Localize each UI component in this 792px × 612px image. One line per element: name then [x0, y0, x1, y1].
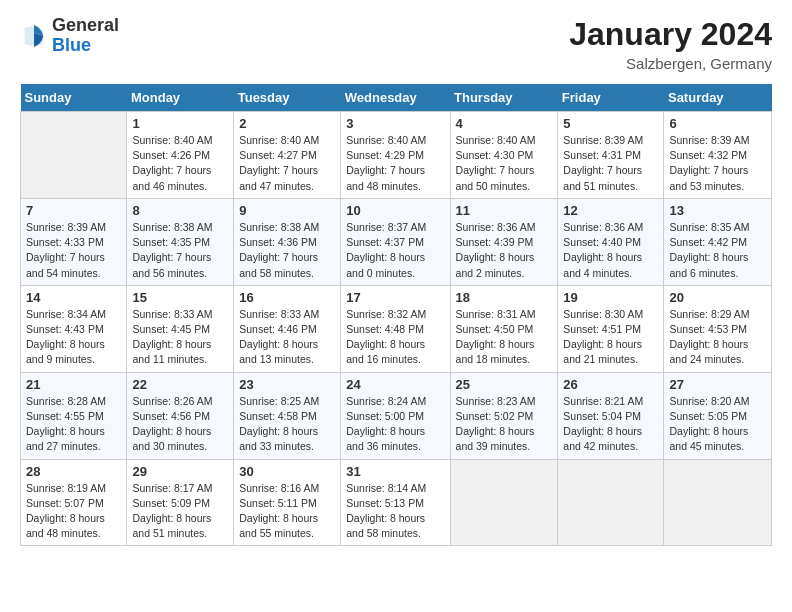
month-year-title: January 2024: [569, 16, 772, 53]
day-info: Sunrise: 8:40 AMSunset: 4:27 PMDaylight:…: [239, 133, 335, 194]
calendar-cell: 2Sunrise: 8:40 AMSunset: 4:27 PMDaylight…: [234, 112, 341, 199]
day-number: 21: [26, 377, 121, 392]
day-number: 24: [346, 377, 444, 392]
calendar-cell: 1Sunrise: 8:40 AMSunset: 4:26 PMDaylight…: [127, 112, 234, 199]
logo: General Blue: [20, 16, 119, 56]
day-info: Sunrise: 8:38 AMSunset: 4:35 PMDaylight:…: [132, 220, 228, 281]
logo-blue-text: Blue: [52, 36, 119, 56]
location-subtitle: Salzbergen, Germany: [569, 55, 772, 72]
day-number: 31: [346, 464, 444, 479]
calendar-cell: 17Sunrise: 8:32 AMSunset: 4:48 PMDayligh…: [341, 285, 450, 372]
calendar-cell: 28Sunrise: 8:19 AMSunset: 5:07 PMDayligh…: [21, 459, 127, 546]
logo-text: General Blue: [52, 16, 119, 56]
day-info: Sunrise: 8:16 AMSunset: 5:11 PMDaylight:…: [239, 481, 335, 542]
calendar-cell: 14Sunrise: 8:34 AMSunset: 4:43 PMDayligh…: [21, 285, 127, 372]
calendar-cell: 9Sunrise: 8:38 AMSunset: 4:36 PMDaylight…: [234, 198, 341, 285]
calendar-cell: 11Sunrise: 8:36 AMSunset: 4:39 PMDayligh…: [450, 198, 558, 285]
day-info: Sunrise: 8:21 AMSunset: 5:04 PMDaylight:…: [563, 394, 658, 455]
calendar-week-2: 7Sunrise: 8:39 AMSunset: 4:33 PMDaylight…: [21, 198, 772, 285]
calendar-cell: 8Sunrise: 8:38 AMSunset: 4:35 PMDaylight…: [127, 198, 234, 285]
day-number: 2: [239, 116, 335, 131]
day-number: 4: [456, 116, 553, 131]
day-info: Sunrise: 8:38 AMSunset: 4:36 PMDaylight:…: [239, 220, 335, 281]
calendar-cell: 24Sunrise: 8:24 AMSunset: 5:00 PMDayligh…: [341, 372, 450, 459]
day-number: 23: [239, 377, 335, 392]
calendar-cell: 25Sunrise: 8:23 AMSunset: 5:02 PMDayligh…: [450, 372, 558, 459]
calendar-cell: 26Sunrise: 8:21 AMSunset: 5:04 PMDayligh…: [558, 372, 664, 459]
header-saturday: Saturday: [664, 84, 772, 112]
day-number: 5: [563, 116, 658, 131]
day-number: 11: [456, 203, 553, 218]
day-number: 29: [132, 464, 228, 479]
day-info: Sunrise: 8:36 AMSunset: 4:39 PMDaylight:…: [456, 220, 553, 281]
calendar-header-row: SundayMondayTuesdayWednesdayThursdayFrid…: [21, 84, 772, 112]
day-number: 6: [669, 116, 766, 131]
calendar-cell: 10Sunrise: 8:37 AMSunset: 4:37 PMDayligh…: [341, 198, 450, 285]
day-number: 27: [669, 377, 766, 392]
day-number: 15: [132, 290, 228, 305]
header-monday: Monday: [127, 84, 234, 112]
calendar-cell: 29Sunrise: 8:17 AMSunset: 5:09 PMDayligh…: [127, 459, 234, 546]
day-info: Sunrise: 8:19 AMSunset: 5:07 PMDaylight:…: [26, 481, 121, 542]
day-info: Sunrise: 8:39 AMSunset: 4:32 PMDaylight:…: [669, 133, 766, 194]
day-number: 19: [563, 290, 658, 305]
header-thursday: Thursday: [450, 84, 558, 112]
day-number: 30: [239, 464, 335, 479]
calendar-cell: 27Sunrise: 8:20 AMSunset: 5:05 PMDayligh…: [664, 372, 772, 459]
calendar-cell: 12Sunrise: 8:36 AMSunset: 4:40 PMDayligh…: [558, 198, 664, 285]
day-info: Sunrise: 8:39 AMSunset: 4:33 PMDaylight:…: [26, 220, 121, 281]
day-number: 12: [563, 203, 658, 218]
day-info: Sunrise: 8:14 AMSunset: 5:13 PMDaylight:…: [346, 481, 444, 542]
day-info: Sunrise: 8:37 AMSunset: 4:37 PMDaylight:…: [346, 220, 444, 281]
calendar-week-4: 21Sunrise: 8:28 AMSunset: 4:55 PMDayligh…: [21, 372, 772, 459]
day-info: Sunrise: 8:31 AMSunset: 4:50 PMDaylight:…: [456, 307, 553, 368]
header-wednesday: Wednesday: [341, 84, 450, 112]
day-info: Sunrise: 8:39 AMSunset: 4:31 PMDaylight:…: [563, 133, 658, 194]
calendar-cell: 6Sunrise: 8:39 AMSunset: 4:32 PMDaylight…: [664, 112, 772, 199]
calendar-cell: 15Sunrise: 8:33 AMSunset: 4:45 PMDayligh…: [127, 285, 234, 372]
header-tuesday: Tuesday: [234, 84, 341, 112]
calendar-cell: 31Sunrise: 8:14 AMSunset: 5:13 PMDayligh…: [341, 459, 450, 546]
day-info: Sunrise: 8:35 AMSunset: 4:42 PMDaylight:…: [669, 220, 766, 281]
logo-general-text: General: [52, 16, 119, 36]
day-info: Sunrise: 8:25 AMSunset: 4:58 PMDaylight:…: [239, 394, 335, 455]
page-header: General Blue January 2024 Salzbergen, Ge…: [20, 16, 772, 72]
day-number: 10: [346, 203, 444, 218]
day-info: Sunrise: 8:33 AMSunset: 4:45 PMDaylight:…: [132, 307, 228, 368]
day-number: 17: [346, 290, 444, 305]
calendar-cell: 5Sunrise: 8:39 AMSunset: 4:31 PMDaylight…: [558, 112, 664, 199]
day-info: Sunrise: 8:17 AMSunset: 5:09 PMDaylight:…: [132, 481, 228, 542]
day-number: 26: [563, 377, 658, 392]
calendar-cell: 13Sunrise: 8:35 AMSunset: 4:42 PMDayligh…: [664, 198, 772, 285]
calendar-cell: 20Sunrise: 8:29 AMSunset: 4:53 PMDayligh…: [664, 285, 772, 372]
calendar-cell: 23Sunrise: 8:25 AMSunset: 4:58 PMDayligh…: [234, 372, 341, 459]
day-number: 8: [132, 203, 228, 218]
day-number: 14: [26, 290, 121, 305]
day-number: 9: [239, 203, 335, 218]
day-number: 16: [239, 290, 335, 305]
calendar-table: SundayMondayTuesdayWednesdayThursdayFrid…: [20, 84, 772, 546]
calendar-cell: [450, 459, 558, 546]
day-info: Sunrise: 8:20 AMSunset: 5:05 PMDaylight:…: [669, 394, 766, 455]
day-info: Sunrise: 8:24 AMSunset: 5:00 PMDaylight:…: [346, 394, 444, 455]
day-info: Sunrise: 8:40 AMSunset: 4:29 PMDaylight:…: [346, 133, 444, 194]
calendar-cell: 3Sunrise: 8:40 AMSunset: 4:29 PMDaylight…: [341, 112, 450, 199]
calendar-cell: 4Sunrise: 8:40 AMSunset: 4:30 PMDaylight…: [450, 112, 558, 199]
calendar-cell: 22Sunrise: 8:26 AMSunset: 4:56 PMDayligh…: [127, 372, 234, 459]
calendar-cell: 21Sunrise: 8:28 AMSunset: 4:55 PMDayligh…: [21, 372, 127, 459]
header-friday: Friday: [558, 84, 664, 112]
day-info: Sunrise: 8:29 AMSunset: 4:53 PMDaylight:…: [669, 307, 766, 368]
day-number: 1: [132, 116, 228, 131]
calendar-week-3: 14Sunrise: 8:34 AMSunset: 4:43 PMDayligh…: [21, 285, 772, 372]
logo-icon: [20, 22, 48, 50]
day-number: 22: [132, 377, 228, 392]
calendar-week-5: 28Sunrise: 8:19 AMSunset: 5:07 PMDayligh…: [21, 459, 772, 546]
day-number: 20: [669, 290, 766, 305]
day-info: Sunrise: 8:33 AMSunset: 4:46 PMDaylight:…: [239, 307, 335, 368]
day-info: Sunrise: 8:26 AMSunset: 4:56 PMDaylight:…: [132, 394, 228, 455]
calendar-cell: 16Sunrise: 8:33 AMSunset: 4:46 PMDayligh…: [234, 285, 341, 372]
day-info: Sunrise: 8:34 AMSunset: 4:43 PMDaylight:…: [26, 307, 121, 368]
day-info: Sunrise: 8:36 AMSunset: 4:40 PMDaylight:…: [563, 220, 658, 281]
title-block: January 2024 Salzbergen, Germany: [569, 16, 772, 72]
day-number: 3: [346, 116, 444, 131]
